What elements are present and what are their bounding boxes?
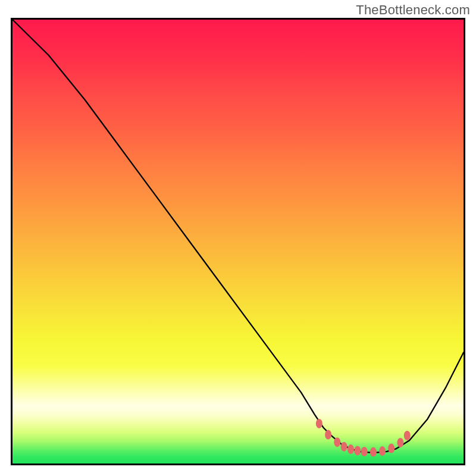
marker-dot	[397, 438, 403, 447]
marker-dot	[334, 437, 340, 447]
marker-dot	[379, 446, 386, 456]
marker-dot	[388, 444, 394, 453]
marker-dot	[316, 419, 322, 428]
marker-dot	[404, 431, 411, 440]
marker-dot	[341, 442, 347, 452]
marker-dot	[361, 447, 368, 456]
optimal-range-markers	[316, 419, 411, 457]
curve-layer	[12, 20, 464, 464]
marker-dot	[347, 444, 354, 454]
marker-dot	[370, 447, 377, 457]
watermark-text: TheBottleneck.com	[356, 2, 470, 18]
chart-frame: TheBottleneck.com	[0, 0, 476, 476]
plot-area	[11, 18, 465, 465]
marker-dot	[354, 446, 361, 455]
marker-dot	[325, 430, 331, 440]
bottleneck-curve	[12, 20, 464, 452]
